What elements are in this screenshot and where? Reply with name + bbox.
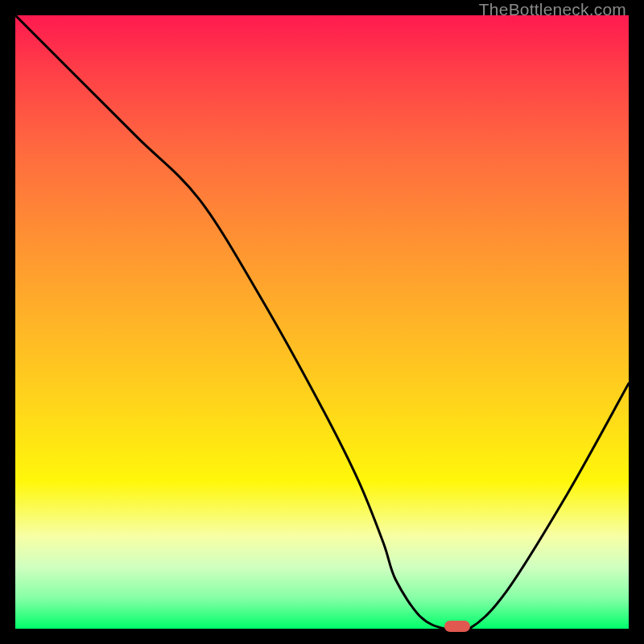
optimal-point-marker bbox=[444, 621, 470, 632]
bottleneck-curve-path bbox=[15, 15, 629, 629]
chart-plot-area bbox=[15, 15, 629, 629]
bottleneck-curve bbox=[15, 15, 629, 629]
